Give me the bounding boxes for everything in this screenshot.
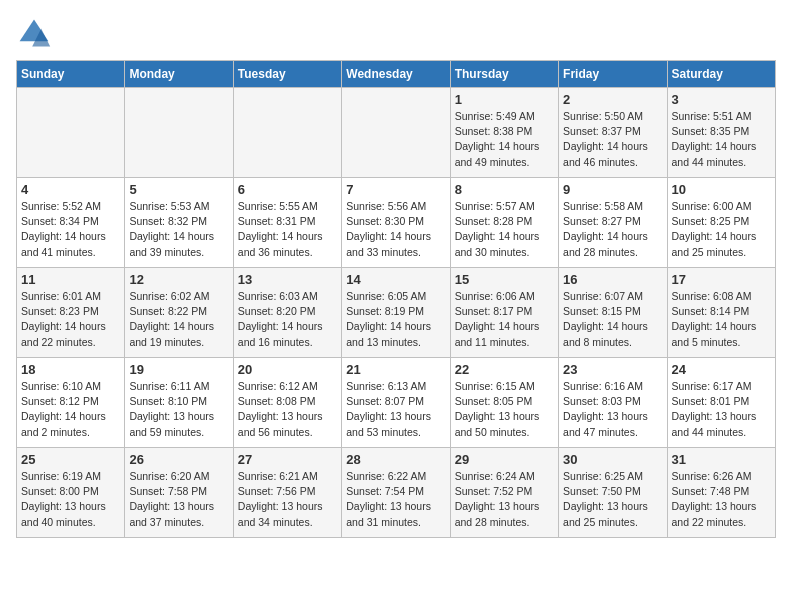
day-number: 29 — [455, 452, 554, 467]
day-of-week-header: Saturday — [667, 61, 775, 88]
day-of-week-header: Thursday — [450, 61, 558, 88]
calendar-day-cell: 21Sunrise: 6:13 AM Sunset: 8:07 PM Dayli… — [342, 358, 450, 448]
day-number: 14 — [346, 272, 445, 287]
day-number: 11 — [21, 272, 120, 287]
calendar-week-row: 18Sunrise: 6:10 AM Sunset: 8:12 PM Dayli… — [17, 358, 776, 448]
calendar-day-cell: 18Sunrise: 6:10 AM Sunset: 8:12 PM Dayli… — [17, 358, 125, 448]
calendar-day-cell: 31Sunrise: 6:26 AM Sunset: 7:48 PM Dayli… — [667, 448, 775, 538]
day-info: Sunrise: 5:49 AM Sunset: 8:38 PM Dayligh… — [455, 109, 554, 170]
day-number: 21 — [346, 362, 445, 377]
day-info: Sunrise: 6:01 AM Sunset: 8:23 PM Dayligh… — [21, 289, 120, 350]
day-info: Sunrise: 6:10 AM Sunset: 8:12 PM Dayligh… — [21, 379, 120, 440]
day-info: Sunrise: 6:12 AM Sunset: 8:08 PM Dayligh… — [238, 379, 337, 440]
day-number: 20 — [238, 362, 337, 377]
calendar-day-cell: 26Sunrise: 6:20 AM Sunset: 7:58 PM Dayli… — [125, 448, 233, 538]
calendar-day-cell: 2Sunrise: 5:50 AM Sunset: 8:37 PM Daylig… — [559, 88, 667, 178]
calendar-week-row: 11Sunrise: 6:01 AM Sunset: 8:23 PM Dayli… — [17, 268, 776, 358]
day-info: Sunrise: 6:26 AM Sunset: 7:48 PM Dayligh… — [672, 469, 771, 530]
calendar-day-cell — [233, 88, 341, 178]
calendar-day-cell: 24Sunrise: 6:17 AM Sunset: 8:01 PM Dayli… — [667, 358, 775, 448]
day-number: 13 — [238, 272, 337, 287]
day-info: Sunrise: 5:55 AM Sunset: 8:31 PM Dayligh… — [238, 199, 337, 260]
day-info: Sunrise: 6:05 AM Sunset: 8:19 PM Dayligh… — [346, 289, 445, 350]
day-info: Sunrise: 5:52 AM Sunset: 8:34 PM Dayligh… — [21, 199, 120, 260]
calendar-day-cell: 29Sunrise: 6:24 AM Sunset: 7:52 PM Dayli… — [450, 448, 558, 538]
logo-icon — [16, 16, 52, 52]
calendar-header-row: SundayMondayTuesdayWednesdayThursdayFrid… — [17, 61, 776, 88]
calendar-day-cell: 9Sunrise: 5:58 AM Sunset: 8:27 PM Daylig… — [559, 178, 667, 268]
day-of-week-header: Monday — [125, 61, 233, 88]
day-number: 10 — [672, 182, 771, 197]
calendar-week-row: 25Sunrise: 6:19 AM Sunset: 8:00 PM Dayli… — [17, 448, 776, 538]
day-info: Sunrise: 5:56 AM Sunset: 8:30 PM Dayligh… — [346, 199, 445, 260]
calendar-day-cell: 30Sunrise: 6:25 AM Sunset: 7:50 PM Dayli… — [559, 448, 667, 538]
calendar-day-cell: 7Sunrise: 5:56 AM Sunset: 8:30 PM Daylig… — [342, 178, 450, 268]
calendar-day-cell: 15Sunrise: 6:06 AM Sunset: 8:17 PM Dayli… — [450, 268, 558, 358]
day-number: 23 — [563, 362, 662, 377]
day-info: Sunrise: 6:15 AM Sunset: 8:05 PM Dayligh… — [455, 379, 554, 440]
day-info: Sunrise: 6:17 AM Sunset: 8:01 PM Dayligh… — [672, 379, 771, 440]
calendar-day-cell: 5Sunrise: 5:53 AM Sunset: 8:32 PM Daylig… — [125, 178, 233, 268]
day-info: Sunrise: 6:00 AM Sunset: 8:25 PM Dayligh… — [672, 199, 771, 260]
day-number: 30 — [563, 452, 662, 467]
calendar-day-cell: 12Sunrise: 6:02 AM Sunset: 8:22 PM Dayli… — [125, 268, 233, 358]
calendar-day-cell: 3Sunrise: 5:51 AM Sunset: 8:35 PM Daylig… — [667, 88, 775, 178]
calendar-day-cell: 25Sunrise: 6:19 AM Sunset: 8:00 PM Dayli… — [17, 448, 125, 538]
day-number: 7 — [346, 182, 445, 197]
day-number: 19 — [129, 362, 228, 377]
calendar-day-cell: 13Sunrise: 6:03 AM Sunset: 8:20 PM Dayli… — [233, 268, 341, 358]
day-info: Sunrise: 5:53 AM Sunset: 8:32 PM Dayligh… — [129, 199, 228, 260]
day-info: Sunrise: 6:07 AM Sunset: 8:15 PM Dayligh… — [563, 289, 662, 350]
day-info: Sunrise: 5:58 AM Sunset: 8:27 PM Dayligh… — [563, 199, 662, 260]
calendar-week-row: 4Sunrise: 5:52 AM Sunset: 8:34 PM Daylig… — [17, 178, 776, 268]
calendar-day-cell: 1Sunrise: 5:49 AM Sunset: 8:38 PM Daylig… — [450, 88, 558, 178]
calendar-body: 1Sunrise: 5:49 AM Sunset: 8:38 PM Daylig… — [17, 88, 776, 538]
day-info: Sunrise: 6:11 AM Sunset: 8:10 PM Dayligh… — [129, 379, 228, 440]
day-number: 1 — [455, 92, 554, 107]
day-number: 15 — [455, 272, 554, 287]
day-of-week-header: Tuesday — [233, 61, 341, 88]
calendar-table: SundayMondayTuesdayWednesdayThursdayFrid… — [16, 60, 776, 538]
day-info: Sunrise: 6:13 AM Sunset: 8:07 PM Dayligh… — [346, 379, 445, 440]
calendar-day-cell: 14Sunrise: 6:05 AM Sunset: 8:19 PM Dayli… — [342, 268, 450, 358]
day-info: Sunrise: 6:25 AM Sunset: 7:50 PM Dayligh… — [563, 469, 662, 530]
calendar-day-cell: 4Sunrise: 5:52 AM Sunset: 8:34 PM Daylig… — [17, 178, 125, 268]
day-info: Sunrise: 6:08 AM Sunset: 8:14 PM Dayligh… — [672, 289, 771, 350]
day-number: 3 — [672, 92, 771, 107]
logo — [16, 16, 56, 52]
day-info: Sunrise: 6:02 AM Sunset: 8:22 PM Dayligh… — [129, 289, 228, 350]
day-info: Sunrise: 5:50 AM Sunset: 8:37 PM Dayligh… — [563, 109, 662, 170]
calendar-day-cell: 22Sunrise: 6:15 AM Sunset: 8:05 PM Dayli… — [450, 358, 558, 448]
calendar-day-cell: 27Sunrise: 6:21 AM Sunset: 7:56 PM Dayli… — [233, 448, 341, 538]
day-of-week-header: Wednesday — [342, 61, 450, 88]
day-info: Sunrise: 5:51 AM Sunset: 8:35 PM Dayligh… — [672, 109, 771, 170]
day-number: 9 — [563, 182, 662, 197]
day-number: 16 — [563, 272, 662, 287]
calendar-day-cell: 16Sunrise: 6:07 AM Sunset: 8:15 PM Dayli… — [559, 268, 667, 358]
day-number: 27 — [238, 452, 337, 467]
day-number: 22 — [455, 362, 554, 377]
day-number: 4 — [21, 182, 120, 197]
calendar-day-cell — [125, 88, 233, 178]
day-of-week-header: Friday — [559, 61, 667, 88]
day-number: 6 — [238, 182, 337, 197]
day-number: 25 — [21, 452, 120, 467]
calendar-day-cell: 17Sunrise: 6:08 AM Sunset: 8:14 PM Dayli… — [667, 268, 775, 358]
day-info: Sunrise: 6:21 AM Sunset: 7:56 PM Dayligh… — [238, 469, 337, 530]
day-info: Sunrise: 6:06 AM Sunset: 8:17 PM Dayligh… — [455, 289, 554, 350]
calendar-day-cell — [17, 88, 125, 178]
page-header — [16, 16, 776, 52]
calendar-day-cell: 19Sunrise: 6:11 AM Sunset: 8:10 PM Dayli… — [125, 358, 233, 448]
day-info: Sunrise: 6:16 AM Sunset: 8:03 PM Dayligh… — [563, 379, 662, 440]
day-number: 28 — [346, 452, 445, 467]
day-info: Sunrise: 6:03 AM Sunset: 8:20 PM Dayligh… — [238, 289, 337, 350]
calendar-day-cell: 6Sunrise: 5:55 AM Sunset: 8:31 PM Daylig… — [233, 178, 341, 268]
day-number: 8 — [455, 182, 554, 197]
calendar-day-cell: 8Sunrise: 5:57 AM Sunset: 8:28 PM Daylig… — [450, 178, 558, 268]
day-info: Sunrise: 6:24 AM Sunset: 7:52 PM Dayligh… — [455, 469, 554, 530]
day-number: 24 — [672, 362, 771, 377]
day-number: 18 — [21, 362, 120, 377]
calendar-day-cell: 10Sunrise: 6:00 AM Sunset: 8:25 PM Dayli… — [667, 178, 775, 268]
day-info: Sunrise: 6:19 AM Sunset: 8:00 PM Dayligh… — [21, 469, 120, 530]
day-number: 17 — [672, 272, 771, 287]
